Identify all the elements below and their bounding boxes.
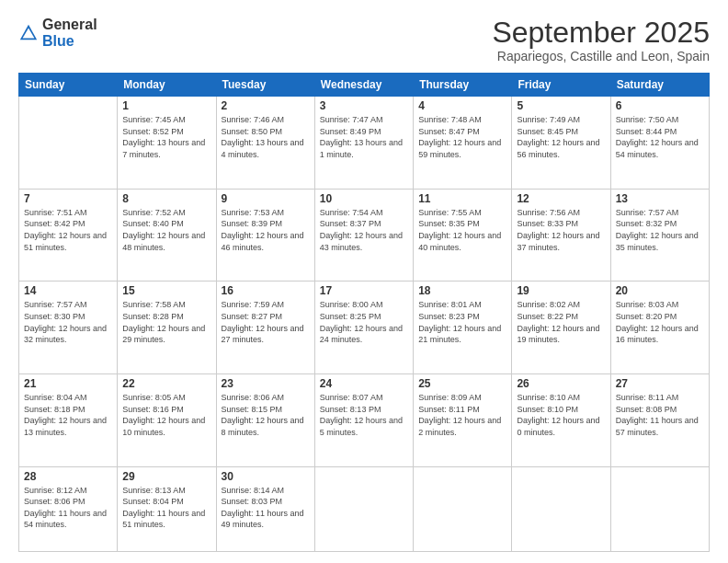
table-row: 25Sunrise: 8:09 AMSunset: 8:11 PMDayligh… [414,374,512,467]
table-row: 12Sunrise: 7:56 AMSunset: 8:33 PMDayligh… [512,189,610,282]
header-saturday: Saturday [610,74,709,97]
day-info: Sunrise: 8:13 AMSunset: 8:04 PMDaylight:… [122,485,210,531]
day-info: Sunrise: 7:49 AMSunset: 8:45 PMDaylight:… [517,114,605,160]
day-number: 10 [320,192,408,205]
table-row: 18Sunrise: 8:01 AMSunset: 8:23 PMDayligh… [414,282,512,374]
day-info: Sunrise: 7:56 AMSunset: 8:33 PMDaylight:… [517,207,605,253]
table-row: 9Sunrise: 7:53 AMSunset: 8:39 PMDaylight… [216,189,314,282]
day-info: Sunrise: 7:57 AMSunset: 8:32 PMDaylight:… [616,207,704,253]
day-number: 22 [122,377,210,390]
table-row: 26Sunrise: 8:10 AMSunset: 8:10 PMDayligh… [512,374,610,467]
day-info: Sunrise: 7:59 AMSunset: 8:27 PMDaylight:… [222,299,310,345]
table-row: 11Sunrise: 7:55 AMSunset: 8:35 PMDayligh… [414,189,512,282]
day-info: Sunrise: 8:05 AMSunset: 8:16 PMDaylight:… [122,392,210,438]
page: General Blue September 2025 Rapariegos, … [0,0,728,563]
day-info: Sunrise: 8:09 AMSunset: 8:11 PMDaylight:… [418,392,506,438]
table-row: 16Sunrise: 7:59 AMSunset: 8:27 PMDayligh… [216,282,314,374]
table-row: 6Sunrise: 7:50 AMSunset: 8:44 PMDaylight… [610,97,709,190]
header-tuesday: Tuesday [216,74,314,97]
logo-blue: Blue [42,33,74,49]
day-info: Sunrise: 7:55 AMSunset: 8:35 PMDaylight:… [418,207,506,253]
table-row: 3Sunrise: 7:47 AMSunset: 8:49 PMDaylight… [314,97,413,190]
day-info: Sunrise: 7:47 AMSunset: 8:49 PMDaylight:… [320,114,408,160]
calendar-table: Sunday Monday Tuesday Wednesday Thursday… [18,73,710,552]
day-number: 21 [24,377,112,390]
title-block: September 2025 Rapariegos, Castille and … [492,17,710,63]
day-number: 1 [122,99,210,112]
table-row: 1Sunrise: 7:45 AMSunset: 8:52 PMDaylight… [118,97,216,190]
day-number: 3 [320,99,408,112]
day-number: 24 [320,377,408,390]
day-number: 17 [320,284,408,297]
table-row: 2Sunrise: 7:46 AMSunset: 8:50 PMDaylight… [216,97,314,190]
day-number: 28 [24,470,112,483]
day-number: 14 [24,284,112,297]
table-row: 7Sunrise: 7:51 AMSunset: 8:42 PMDaylight… [19,189,118,282]
day-number: 29 [122,470,210,483]
table-row: 8Sunrise: 7:52 AMSunset: 8:40 PMDaylight… [118,189,216,282]
day-info: Sunrise: 8:11 AMSunset: 8:08 PMDaylight:… [616,392,704,438]
day-info: Sunrise: 8:06 AMSunset: 8:15 PMDaylight:… [222,392,310,438]
day-info: Sunrise: 8:14 AMSunset: 8:03 PMDaylight:… [222,485,310,531]
day-number: 16 [222,284,310,297]
day-number: 19 [517,284,605,297]
table-row: 14Sunrise: 7:57 AMSunset: 8:30 PMDayligh… [19,282,118,374]
weekday-header-row: Sunday Monday Tuesday Wednesday Thursday… [19,74,710,97]
day-number: 23 [222,377,310,390]
table-row [610,466,709,551]
logo: General Blue [18,17,97,49]
table-row: 20Sunrise: 8:03 AMSunset: 8:20 PMDayligh… [610,282,709,374]
location-subtitle: Rapariegos, Castille and Leon, Spain [492,49,710,63]
day-number: 27 [616,377,704,390]
table-row: 24Sunrise: 8:07 AMSunset: 8:13 PMDayligh… [314,374,413,467]
day-number: 9 [222,192,310,205]
logo-general: General [42,17,97,32]
table-row: 22Sunrise: 8:05 AMSunset: 8:16 PMDayligh… [118,374,216,467]
day-number: 5 [517,99,605,112]
table-row: 21Sunrise: 8:04 AMSunset: 8:18 PMDayligh… [19,374,118,467]
day-number: 18 [418,284,506,297]
day-info: Sunrise: 8:03 AMSunset: 8:20 PMDaylight:… [616,299,704,345]
day-info: Sunrise: 7:53 AMSunset: 8:39 PMDaylight:… [222,207,310,253]
header-monday: Monday [118,74,216,97]
table-row: 30Sunrise: 8:14 AMSunset: 8:03 PMDayligh… [216,466,314,551]
day-info: Sunrise: 7:45 AMSunset: 8:52 PMDaylight:… [122,114,210,160]
table-row: 17Sunrise: 8:00 AMSunset: 8:25 PMDayligh… [314,282,413,374]
day-info: Sunrise: 7:50 AMSunset: 8:44 PMDaylight:… [616,114,704,160]
month-title: September 2025 [492,17,710,49]
table-row: 15Sunrise: 7:58 AMSunset: 8:28 PMDayligh… [118,282,216,374]
table-row: 19Sunrise: 8:02 AMSunset: 8:22 PMDayligh… [512,282,610,374]
day-number: 26 [517,377,605,390]
header-friday: Friday [512,74,610,97]
table-row [414,466,512,551]
header-sunday: Sunday [19,74,118,97]
table-row: 23Sunrise: 8:06 AMSunset: 8:15 PMDayligh… [216,374,314,467]
day-info: Sunrise: 7:48 AMSunset: 8:47 PMDaylight:… [418,114,506,160]
day-info: Sunrise: 7:52 AMSunset: 8:40 PMDaylight:… [122,207,210,253]
day-number: 12 [517,192,605,205]
day-number: 2 [222,99,310,112]
table-row: 27Sunrise: 8:11 AMSunset: 8:08 PMDayligh… [610,374,709,467]
table-row: 28Sunrise: 8:12 AMSunset: 8:06 PMDayligh… [19,466,118,551]
logo-text: General Blue [42,17,97,49]
day-info: Sunrise: 8:02 AMSunset: 8:22 PMDaylight:… [517,299,605,345]
logo-icon [18,23,39,43]
day-number: 30 [222,470,310,483]
day-info: Sunrise: 7:46 AMSunset: 8:50 PMDaylight:… [222,114,310,160]
table-row: 4Sunrise: 7:48 AMSunset: 8:47 PMDaylight… [414,97,512,190]
table-row: 13Sunrise: 7:57 AMSunset: 8:32 PMDayligh… [610,189,709,282]
table-row [19,97,118,190]
day-number: 7 [24,192,112,205]
day-number: 20 [616,284,704,297]
table-row: 29Sunrise: 8:13 AMSunset: 8:04 PMDayligh… [118,466,216,551]
day-number: 6 [616,99,704,112]
day-info: Sunrise: 8:01 AMSunset: 8:23 PMDaylight:… [418,299,506,345]
day-info: Sunrise: 8:07 AMSunset: 8:13 PMDaylight:… [320,392,408,438]
table-row: 10Sunrise: 7:54 AMSunset: 8:37 PMDayligh… [314,189,413,282]
day-info: Sunrise: 7:58 AMSunset: 8:28 PMDaylight:… [122,299,210,345]
day-number: 13 [616,192,704,205]
header: General Blue September 2025 Rapariegos, … [18,17,710,63]
table-row [512,466,610,551]
day-info: Sunrise: 8:00 AMSunset: 8:25 PMDaylight:… [320,299,408,345]
day-info: Sunrise: 8:04 AMSunset: 8:18 PMDaylight:… [24,392,112,438]
